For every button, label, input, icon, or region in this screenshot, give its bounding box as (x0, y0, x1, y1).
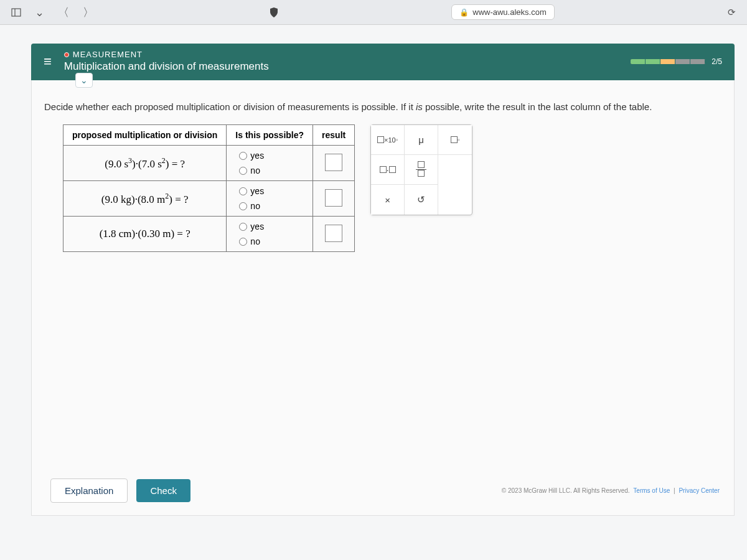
content-area: ⌄ Decide whether each proposed multiplic… (31, 80, 735, 516)
check-button[interactable]: Check (136, 479, 190, 502)
radio-no[interactable]: no (239, 236, 260, 246)
math-keypad: ×10▫ μ ▫ · × ↺ (370, 124, 472, 215)
terms-link[interactable]: Terms of Use (633, 487, 670, 494)
footer-copyright: © 2023 McGraw Hill LLC. All Rights Reser… (502, 487, 721, 494)
progress-bar (631, 59, 705, 64)
key-clear[interactable]: × (371, 185, 405, 215)
sidebar-toggle-icon[interactable] (7, 5, 25, 20)
dropdown-chevron-icon[interactable]: ⌄ (31, 3, 48, 22)
url-bar[interactable]: 🔒 www-awu.aleks.com (451, 4, 554, 20)
svg-rect-0 (12, 9, 21, 16)
result-input[interactable] (325, 189, 342, 207)
radio-no[interactable]: no (239, 201, 260, 211)
result-input[interactable] (325, 225, 342, 242)
category-label: MEASUREMENT (64, 50, 269, 59)
col-header-proposed: proposed multiplication or division (63, 125, 227, 146)
col-header-result: result (313, 125, 355, 146)
key-dot[interactable]: · (371, 155, 405, 185)
page-title: Multiplication and division of measureme… (64, 60, 269, 73)
browser-toolbar: ⌄ 〈 〉 🔒 www-awu.aleks.com ⟳ (0, 0, 747, 25)
measurement-table: proposed multiplication or division Is t… (63, 124, 355, 252)
key-box-exp[interactable]: ▫ (438, 125, 472, 155)
nav-back-icon[interactable]: 〈 (54, 2, 73, 22)
menu-icon[interactable]: ≡ (44, 54, 52, 70)
key-undo[interactable]: ↺ (405, 185, 438, 215)
key-fraction[interactable] (405, 155, 438, 185)
record-dot-icon (64, 52, 69, 57)
expression-cell: (9.0 kg)·(8.0 m2) = ? (63, 181, 227, 217)
url-text: www-awu.aleks.com (472, 7, 546, 17)
key-mu[interactable]: μ (405, 125, 438, 155)
nav-forward-icon[interactable]: 〉 (79, 2, 98, 22)
reload-icon[interactable]: ⟳ (724, 4, 740, 21)
progress-indicator: 2/5 (631, 57, 722, 66)
expression-cell: (1.8 cm)·(0.30 m) = ? (63, 217, 227, 252)
app-header: ≡ MEASUREMENT Multiplication and divisio… (31, 44, 735, 80)
result-input[interactable] (325, 154, 342, 171)
col-header-possible: Is this possible? (227, 125, 313, 146)
radio-yes[interactable]: yes (239, 222, 264, 231)
progress-text: 2/5 (712, 57, 722, 66)
table-row: (1.8 cm)·(0.30 m) = ? yes no (63, 217, 355, 252)
radio-no[interactable]: no (239, 166, 260, 175)
explanation-button[interactable]: Explanation (50, 478, 128, 503)
shield-icon[interactable] (266, 5, 282, 20)
lock-icon: 🔒 (459, 8, 469, 17)
expression-cell: (9.0 s3)·(7.0 s2) = ? (63, 146, 227, 181)
instruction-text: Decide whether each proposed multiplicat… (44, 101, 721, 112)
collapse-toggle[interactable]: ⌄ (75, 73, 93, 88)
key-x10-exp[interactable]: ×10▫ (371, 125, 405, 155)
privacy-link[interactable]: Privacy Center (679, 487, 720, 494)
radio-yes[interactable]: yes (239, 186, 264, 196)
table-row: (9.0 kg)·(8.0 m2) = ? yes no (63, 181, 355, 217)
table-row: (9.0 s3)·(7.0 s2) = ? yes no (63, 146, 355, 181)
action-bar: Explanation Check © 2023 McGraw Hill LLC… (50, 478, 721, 503)
radio-yes[interactable]: yes (239, 151, 264, 161)
